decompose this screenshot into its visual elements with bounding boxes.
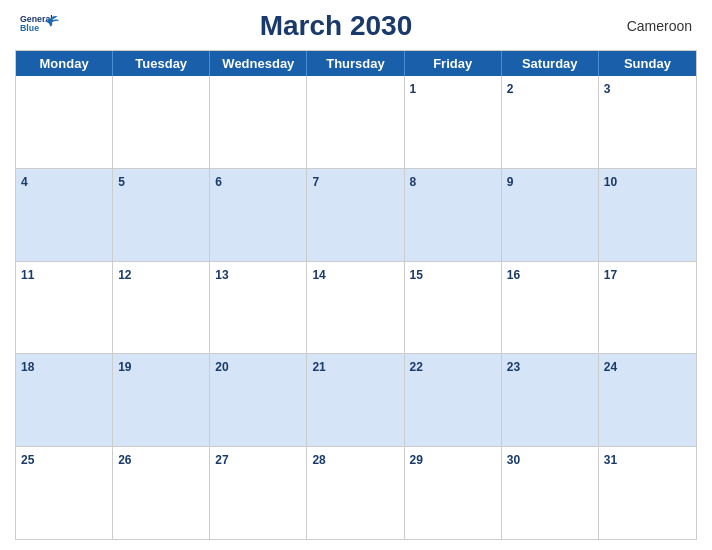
cal-cell-18: 18 [16, 354, 113, 446]
calendar-row-5: 25 26 27 28 29 30 31 [16, 446, 696, 539]
calendar-body: 1 2 3 4 5 6 7 8 9 10 11 12 13 14 15 16 [16, 76, 696, 539]
calendar-page: General Blue March 2030 Cameroon Monday … [0, 0, 712, 550]
country-label: Cameroon [612, 18, 692, 34]
page-title: March 2030 [60, 10, 612, 42]
cal-cell-15: 15 [405, 262, 502, 354]
cal-cell-6: 6 [210, 169, 307, 261]
cal-cell-12: 12 [113, 262, 210, 354]
cal-cell-30: 30 [502, 447, 599, 539]
cal-cell-13: 13 [210, 262, 307, 354]
cal-cell-9: 9 [502, 169, 599, 261]
logo: General Blue [20, 12, 60, 40]
cal-cell-16: 16 [502, 262, 599, 354]
svg-text:Blue: Blue [20, 23, 39, 33]
calendar-row-4: 18 19 20 21 22 23 24 [16, 353, 696, 446]
cal-cell-28: 28 [307, 447, 404, 539]
cal-cell-7: 7 [307, 169, 404, 261]
calendar-row-1: 1 2 3 [16, 76, 696, 168]
header-friday: Friday [405, 51, 502, 76]
header-saturday: Saturday [502, 51, 599, 76]
cal-cell-empty [16, 76, 113, 168]
cal-cell-empty [210, 76, 307, 168]
cal-cell-14: 14 [307, 262, 404, 354]
calendar-header: Monday Tuesday Wednesday Thursday Friday… [16, 51, 696, 76]
header-wednesday: Wednesday [210, 51, 307, 76]
cal-cell-3: 3 [599, 76, 696, 168]
cal-cell-10: 10 [599, 169, 696, 261]
logo-icon: General Blue [20, 12, 60, 40]
page-header: General Blue March 2030 Cameroon [15, 10, 697, 42]
cal-cell-24: 24 [599, 354, 696, 446]
cal-cell-17: 17 [599, 262, 696, 354]
cal-cell-31: 31 [599, 447, 696, 539]
cal-cell-11: 11 [16, 262, 113, 354]
cal-cell-26: 26 [113, 447, 210, 539]
cal-cell-2: 2 [502, 76, 599, 168]
cal-cell-20: 20 [210, 354, 307, 446]
calendar-row-3: 11 12 13 14 15 16 17 [16, 261, 696, 354]
cal-cell-22: 22 [405, 354, 502, 446]
cal-cell-25: 25 [16, 447, 113, 539]
header-tuesday: Tuesday [113, 51, 210, 76]
cal-cell-27: 27 [210, 447, 307, 539]
cal-cell-1: 1 [405, 76, 502, 168]
cal-cell-21: 21 [307, 354, 404, 446]
cal-cell-8: 8 [405, 169, 502, 261]
calendar-row-2: 4 5 6 7 8 9 10 [16, 168, 696, 261]
cal-cell-5: 5 [113, 169, 210, 261]
header-sunday: Sunday [599, 51, 696, 76]
cal-cell-19: 19 [113, 354, 210, 446]
header-thursday: Thursday [307, 51, 404, 76]
header-monday: Monday [16, 51, 113, 76]
cal-cell-29: 29 [405, 447, 502, 539]
cal-cell-23: 23 [502, 354, 599, 446]
cal-cell-empty [113, 76, 210, 168]
calendar-grid: Monday Tuesday Wednesday Thursday Friday… [15, 50, 697, 540]
cal-cell-empty [307, 76, 404, 168]
cal-cell-4: 4 [16, 169, 113, 261]
